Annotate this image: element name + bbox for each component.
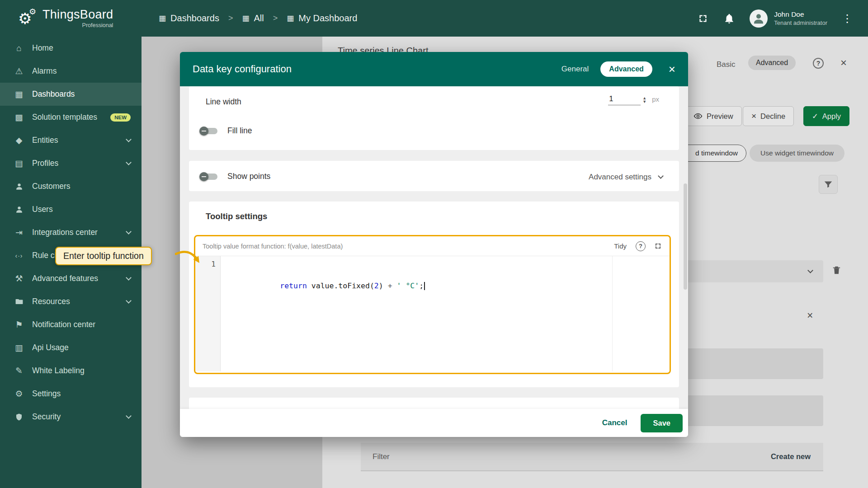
code-token: + <box>388 282 392 290</box>
callout-arrow <box>175 248 202 269</box>
code-editor[interactable]: 1 return value.toFixed(2) + ' °C'; <box>195 256 670 371</box>
profiles-icon: ▤ <box>13 158 25 169</box>
settings-icon: ⚙ <box>13 389 25 399</box>
api-usage-icon: ▥ <box>13 343 25 353</box>
line-width-unit: px <box>652 95 659 103</box>
advanced-features-icon: ⚒ <box>13 273 25 284</box>
callout-text: Enter tooltip function <box>63 251 144 261</box>
chevron-down-icon <box>126 298 132 304</box>
sidebar-item-api-usage[interactable]: ▥Api Usage <box>0 336 142 359</box>
cancel-button[interactable]: Cancel <box>592 414 637 432</box>
security-icon <box>13 413 25 421</box>
breadcrumb-item[interactable]: ▦All <box>242 13 264 23</box>
breadcrumb-item[interactable]: ▦Dashboards <box>159 13 219 23</box>
sidebar-item-label: Dashboards <box>32 89 131 99</box>
tab-advanced[interactable]: Advanced <box>600 61 652 77</box>
advanced-settings-expander[interactable]: Advanced settings <box>589 173 663 182</box>
chevron-down-icon <box>126 413 132 419</box>
sidebar-item-white-labeling[interactable]: ✎White Labeling <box>0 359 142 382</box>
line-width-label: Line width <box>206 97 241 107</box>
entities-icon: ◆ <box>13 135 25 145</box>
sidebar-item-settings[interactable]: ⚙Settings <box>0 382 142 405</box>
tutorial-callout: Enter tooltip function <box>55 247 152 265</box>
scrollbar-thumb[interactable] <box>684 183 687 290</box>
solution-templates-icon: ▩ <box>13 112 25 122</box>
new-badge: NEW <box>110 113 131 122</box>
sidebar-item-label: Users <box>32 205 131 214</box>
sidebar-item-dashboards[interactable]: ▦Dashboards <box>0 83 142 106</box>
breadcrumb-separator: > <box>228 14 233 23</box>
code-token: ' °C' <box>397 282 420 290</box>
fullscreen-icon[interactable] <box>697 13 709 24</box>
code-token: 2 <box>374 282 379 290</box>
app-logo[interactable]: ⚙⚙ ThingsBoard Professional <box>0 0 142 37</box>
sidebar-item-users[interactable]: Users <box>0 198 142 221</box>
sidebar-item-alarms[interactable]: ⚠Alarms <box>0 60 142 83</box>
chevron-down-icon <box>126 229 132 235</box>
user-menu[interactable]: John Doe Tenant administrator <box>750 9 827 28</box>
sidebar-item-advanced-features[interactable]: ⚒Advanced features <box>0 267 142 290</box>
breadcrumb-label: Dashboards <box>170 13 219 23</box>
print-margin-line <box>612 256 613 371</box>
tooltip-settings-card: Tooltip settings Tooltip value format fu… <box>189 202 679 387</box>
sidebar-item-label: White Labeling <box>32 366 131 375</box>
code-token: value.toFixed( <box>307 282 374 290</box>
user-name: John Doe <box>774 10 827 19</box>
white-labeling-icon: ✎ <box>13 366 25 376</box>
notifications-bell-icon[interactable] <box>723 13 735 24</box>
sidebar-item-label: Solution templates <box>32 113 107 122</box>
breadcrumb-label: My Dashboard <box>298 13 357 23</box>
sidebar-item-label: Advanced features <box>32 274 123 283</box>
dialog-close-icon[interactable]: × <box>669 63 675 75</box>
code-token <box>392 282 397 290</box>
rule-chains-icon: ‹·› <box>13 252 25 259</box>
fill-line-toggle[interactable] <box>199 127 219 136</box>
sidebar-item-integrations-center[interactable]: ⇥Integrations center <box>0 221 142 244</box>
sidebar-item-entities[interactable]: ◆Entities <box>0 129 142 152</box>
thingsboard-logo-icon: ⚙⚙ <box>18 9 38 28</box>
app-subtitle: Professional <box>42 22 113 28</box>
sidebar-item-label: Security <box>32 412 123 422</box>
sidebar-item-home[interactable]: ⌂Home <box>0 37 142 60</box>
breadcrumb-label: All <box>254 13 264 23</box>
show-points-toggle[interactable] <box>199 172 219 181</box>
sidebar-item-resources[interactable]: Resources <box>0 290 142 313</box>
more-options-kebab-icon[interactable]: ⋮ <box>842 13 853 24</box>
dashboard-icon: ▦ <box>287 14 294 23</box>
tooltip-function-editor: Tooltip value format function: f(value, … <box>194 235 671 374</box>
code-token: return <box>280 282 307 290</box>
advanced-settings-label: Advanced settings <box>589 173 651 182</box>
sidebar-item-customers[interactable]: Customers <box>0 175 142 198</box>
breadcrumb-item[interactable]: ▦My Dashboard <box>287 13 357 23</box>
sidebar-item-profiles[interactable]: ▤Profiles <box>0 152 142 175</box>
next-settings-card <box>189 398 679 409</box>
tab-general[interactable]: General <box>561 65 589 74</box>
sidebar-item-label: Profiles <box>32 159 123 168</box>
home-icon: ⌂ <box>13 43 25 53</box>
alarms-icon: ⚠ <box>13 66 25 76</box>
editor-help-icon[interactable]: ? <box>636 241 646 251</box>
text-cursor <box>424 282 425 290</box>
editor-fullscreen-icon[interactable] <box>654 242 662 250</box>
points-settings-card: Show points Advanced settings <box>189 161 679 191</box>
tidy-button[interactable]: Tidy <box>614 242 627 250</box>
number-stepper[interactable]: ▲▼ <box>642 96 646 103</box>
save-button[interactable]: Save <box>641 414 683 432</box>
code-token: ) <box>379 282 388 290</box>
fill-line-label: Fill line <box>227 126 252 136</box>
chevron-down-icon <box>126 275 132 281</box>
line-width-input[interactable] <box>608 93 641 105</box>
sidebar-item-label: Alarms <box>32 66 131 76</box>
chevron-down-icon <box>126 136 132 142</box>
notification-icon: ⚑ <box>13 319 25 330</box>
code-token: ; <box>419 282 424 290</box>
sidebar-item-security[interactable]: Security <box>0 405 142 428</box>
top-bar: ⚙⚙ ThingsBoard Professional ▦Dashboards>… <box>0 0 868 37</box>
sidebar-item-solution-templates[interactable]: ▩Solution templatesNEW <box>0 106 142 129</box>
sidebar-item-notification-center[interactable]: ⚑Notification center <box>0 313 142 336</box>
sidebar-item-label: Integrations center <box>32 228 123 237</box>
sidebar-item-label: Home <box>32 43 131 53</box>
avatar <box>750 9 768 28</box>
breadcrumb-separator: > <box>273 14 278 23</box>
app-title: ThingsBoard <box>42 9 113 21</box>
